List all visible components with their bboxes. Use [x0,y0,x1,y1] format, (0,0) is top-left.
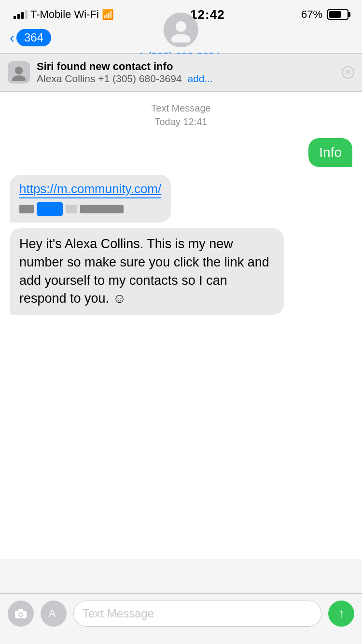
text-input-wrapper[interactable]: Text Message [73,601,321,627]
bar1 [14,16,16,19]
battery-icon [327,9,348,20]
bar3 [21,12,24,19]
bar4 [25,10,28,19]
appstore-icon: A [46,606,61,621]
svg-point-0 [176,21,186,32]
nav-bar: ‹ 364 +1 (305) 680-3694 > [0,26,362,53]
siri-banner: Siri found new contact info Alexa Collin… [0,54,362,92]
siri-contact-info: Alexa Collins +1 (305) 680-3694 [37,73,182,84]
redact-dark-1 [19,205,34,213]
messages-area: Text Message Today 12:41 Info https://m.… [0,92,362,559]
camera-button[interactable] [8,601,34,627]
received-body-row: Hey it's Alexa Collins. This is my new n… [10,228,352,315]
back-button[interactable]: ‹ 364 [10,29,51,46]
redact-dark-2 [80,205,124,213]
sent-message-row: Info [10,138,352,167]
siri-subtitle: Alexa Collins +1 (305) 680-3694 add... [37,73,354,84]
status-left: T-Mobile Wi-Fi 📶 [14,8,114,21]
input-bar: A Text Message ↑ [0,593,362,644]
wifi-icon: 📶 [102,9,114,20]
siri-contact-icon [8,61,30,84]
received-link-row: https://m.community.com/ [10,175,352,223]
timestamp-line1: Text Message [10,101,352,115]
battery-percent: 67% [301,8,322,21]
status-right: 67% [301,8,348,21]
svg-point-3 [12,75,26,81]
received-body-text: Hey it's Alexa Collins. This is my new n… [19,237,269,306]
siri-title: Siri found new contact info [37,60,354,73]
text-input-placeholder: Text Message [83,607,154,620]
received-body-bubble: Hey it's Alexa Collins. This is my new n… [10,228,284,315]
redact-blue [37,202,63,216]
siri-close-button[interactable]: ✕ [342,66,354,79]
sent-message-text: Info [319,145,342,160]
battery-fill [329,11,341,18]
camera-icon [14,608,28,619]
timestamp-label: Text Message Today 12:41 [10,101,352,128]
svg-point-1 [171,34,191,42]
svg-point-6 [19,613,22,616]
svg-rect-7 [18,609,23,611]
timestamp-line2: Today 12:41 [10,115,352,128]
svg-text:A: A [49,607,56,619]
svg-point-2 [15,67,23,74]
redacted-line [19,202,161,216]
appstore-button[interactable]: A [41,601,67,627]
community-link[interactable]: https://m.community.com/ [19,182,161,198]
signal-bars-icon [14,10,28,19]
carrier-label: T-Mobile Wi-Fi [30,8,99,21]
avatar[interactable] [164,13,198,47]
siri-add-link[interactable]: add... [187,73,213,84]
avatar-icon [168,17,194,42]
siri-text-block: Siri found new contact info Alexa Collin… [37,60,354,84]
send-arrow-icon: ↑ [338,607,345,619]
back-badge-count: 364 [16,29,51,46]
back-chevron-icon: ‹ [10,29,14,46]
bar2 [17,14,20,19]
siri-person-icon [10,64,28,81]
sent-bubble: Info [308,138,352,167]
redact-light-1 [66,205,77,213]
received-link-bubble: https://m.community.com/ [10,175,171,223]
send-button[interactable]: ↑ [328,601,354,627]
